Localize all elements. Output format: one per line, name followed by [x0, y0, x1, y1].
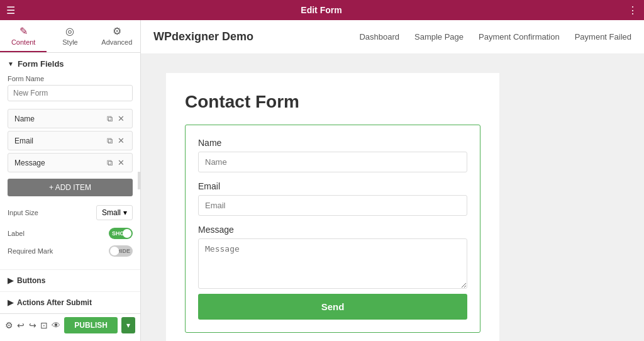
field-name-actions: ⧉ ✕ — [106, 113, 126, 124]
input-size-select[interactable]: Small ▾ — [96, 205, 133, 220]
nav-link-payment-confirmation[interactable]: Payment Confirmation — [479, 32, 560, 42]
label-toggle-track[interactable]: SHOW — [109, 228, 133, 239]
required-mark-toggle-row: Required Mark HIDE — [8, 245, 133, 257]
contact-form-container: Contact Form Name Email Message Send — [166, 73, 499, 341]
field-item-email: Email ⧉ ✕ — [8, 131, 133, 150]
tab-style-label: Style — [62, 38, 77, 46]
email-field-label: Email — [198, 181, 467, 191]
field-message-actions: ⧉ ✕ — [106, 157, 126, 168]
send-button[interactable]: Send — [198, 294, 467, 320]
field-message-delete-btn[interactable]: ✕ — [116, 157, 126, 168]
label-toggle-label: Label — [8, 230, 25, 237]
contact-form-section: Name Email Message Send — [185, 125, 480, 333]
tab-advanced[interactable]: ⚙ Advanced — [94, 20, 140, 52]
input-size-value: Small — [102, 208, 121, 217]
top-bar: ☰ Edit Form ⋮ — [0, 0, 644, 20]
form-fields-section: ▼ Form Fields Form Name Name ⧉ ✕ Email — [0, 53, 140, 269]
site-title: WPdexigner Demo — [153, 30, 253, 43]
field-email-actions: ⧉ ✕ — [106, 135, 126, 146]
field-email-delete-btn[interactable]: ✕ — [116, 135, 126, 146]
buttons-section-header: ▶ Buttons — [8, 276, 133, 285]
undo-icon[interactable]: ↩ — [17, 318, 25, 333]
message-field-textarea[interactable] — [198, 238, 467, 289]
tab-content[interactable]: ✎ Content — [0, 20, 47, 52]
required-mark-toggle-thumb — [110, 247, 119, 255]
publish-button[interactable]: PUBLISH — [64, 317, 118, 333]
publish-arrow-button[interactable]: ▾ — [121, 317, 135, 333]
name-field-label: Name — [198, 138, 467, 148]
field-list: Name ⧉ ✕ Email ⧉ ✕ Message ⧉ — [8, 109, 133, 172]
field-name-copy-btn[interactable]: ⧉ — [106, 113, 114, 124]
form-fields-chevron: ▼ — [8, 60, 14, 67]
buttons-chevron: ▶ — [8, 276, 13, 285]
form-name-label: Form Name — [8, 75, 133, 82]
tab-style[interactable]: ◎ Style — [47, 20, 93, 52]
field-name-label: Name — [14, 115, 106, 123]
responsive-icon[interactable]: ⊡ — [40, 318, 48, 333]
style-tab-icon: ◎ — [65, 25, 74, 37]
required-mark-toggle-track[interactable]: HIDE — [109, 245, 133, 257]
message-field-label: Message — [198, 225, 467, 235]
email-field-input[interactable] — [198, 195, 467, 216]
contact-form-title: Contact Form — [185, 92, 480, 112]
field-email-copy-btn[interactable]: ⧉ — [106, 135, 114, 146]
required-mark-toggle-switch[interactable]: HIDE — [109, 245, 133, 257]
actions-section-header: ▶ Actions After Submit — [8, 298, 133, 307]
buttons-title: Buttons — [17, 276, 45, 285]
field-message-copy-btn[interactable]: ⧉ — [106, 157, 114, 168]
input-size-group: Input Size Small ▾ — [8, 205, 133, 220]
field-message-label: Message — [14, 159, 106, 167]
form-fields-title: Form Fields — [18, 59, 64, 69]
field-item-message: Message ⧉ ✕ — [8, 153, 133, 172]
nav-link-payment-failed[interactable]: Payment Failed — [575, 32, 631, 42]
main-layout: ✎ Content ◎ Style ⚙ Advanced ▼ Form Fiel… — [0, 20, 644, 341]
form-name-input[interactable] — [8, 85, 133, 101]
redo-icon[interactable]: ↪ — [28, 318, 36, 333]
field-name-delete-btn[interactable]: ✕ — [116, 113, 126, 124]
form-fields-header[interactable]: ▼ Form Fields — [8, 59, 133, 69]
field-email-label: Email — [14, 137, 106, 145]
name-field-input[interactable] — [198, 152, 467, 172]
nav-link-sample-page[interactable]: Sample Page — [414, 32, 464, 42]
label-toggle-row: Label SHOW — [8, 228, 133, 239]
field-item-name: Name ⧉ ✕ — [8, 109, 133, 128]
add-item-button[interactable]: + ADD ITEM — [8, 179, 133, 196]
add-item-label: + ADD ITEM — [49, 183, 91, 192]
sidebar-tabs: ✎ Content ◎ Style ⚙ Advanced — [0, 20, 140, 53]
input-size-chevron: ▾ — [123, 208, 127, 217]
settings-icon[interactable]: ⚙ — [5, 318, 13, 333]
tab-content-label: Content — [11, 38, 36, 46]
sidebar-collapse-handle[interactable]: ‹ — [138, 172, 141, 189]
sidebar-bottom-bar: ⚙ ↩ ↪ ⊡ 👁 PUBLISH ▾ — [0, 313, 140, 336]
label-toggle-thumb — [123, 229, 131, 238]
content-area: WPdexigner Demo Dashboard Sample Page Pa… — [141, 20, 644, 341]
required-mark-label: Required Mark — [8, 247, 53, 255]
content-tab-icon: ✎ — [19, 25, 28, 37]
page-content: Contact Form Name Email Message Send — [141, 54, 644, 341]
nav-link-dashboard[interactable]: Dashboard — [359, 32, 399, 42]
actions-chevron: ▶ — [8, 298, 13, 307]
tab-advanced-label: Advanced — [101, 38, 132, 46]
buttons-section[interactable]: ▶ Buttons — [0, 269, 140, 291]
nav-links: Dashboard Sample Page Payment Confirmati… — [359, 32, 631, 42]
advanced-tab-icon: ⚙ — [113, 25, 121, 37]
sidebar: ✎ Content ◎ Style ⚙ Advanced ▼ Form Fiel… — [0, 20, 141, 341]
eye-icon[interactable]: 👁 — [52, 318, 60, 333]
input-size-label: Input Size — [8, 209, 38, 216]
label-toggle-switch[interactable]: SHOW — [109, 228, 133, 239]
actions-section[interactable]: ▶ Actions After Submit — [0, 291, 140, 313]
menu-icon[interactable]: ☰ — [6, 4, 15, 16]
grid-icon[interactable]: ⋮ — [628, 4, 638, 16]
nav-bar: WPdexigner Demo Dashboard Sample Page Pa… — [141, 20, 644, 54]
form-name-group: Form Name — [8, 75, 133, 101]
top-bar-title: Edit Form — [15, 5, 628, 15]
actions-title: Actions After Submit — [17, 298, 92, 307]
